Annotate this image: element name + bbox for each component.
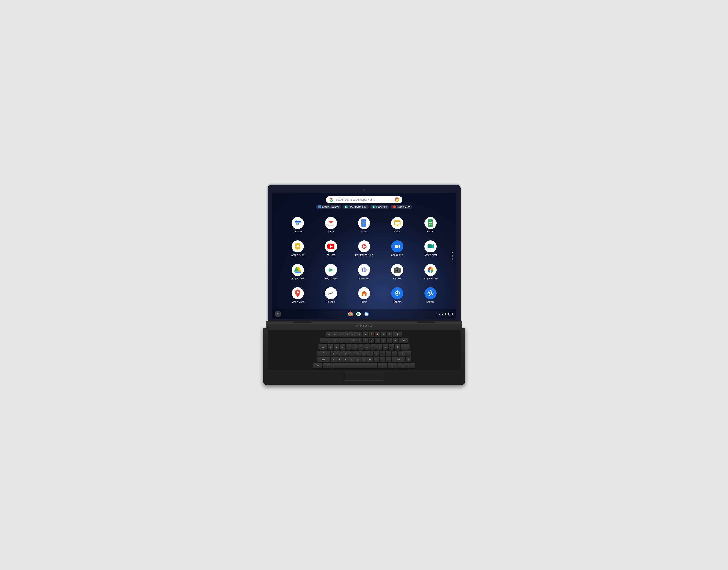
app-google-maps[interactable]: Google Maps xyxy=(281,284,314,307)
dot-1[interactable] xyxy=(452,252,453,253)
key-comma[interactable]: , xyxy=(374,357,379,362)
app-home[interactable]: Home xyxy=(347,284,381,307)
key-i[interactable]: i xyxy=(371,344,376,350)
key-o[interactable]: o xyxy=(377,344,382,350)
app-google-photos[interactable]: Google Photos xyxy=(414,260,447,284)
key-vol-down[interactable]: 🔉 xyxy=(381,332,386,337)
dot-2[interactable] xyxy=(452,255,453,257)
key-s[interactable]: s xyxy=(337,350,342,356)
app-camera[interactable]: Camera xyxy=(381,260,414,284)
app-play-books[interactable]: Play Books xyxy=(347,260,381,284)
chip-play-movies[interactable]: ▶ Play Movies & TV xyxy=(342,205,369,209)
key-c[interactable]: c xyxy=(343,357,348,362)
key-search[interactable]: 🔍 xyxy=(317,350,330,356)
key-0[interactable]: 0 xyxy=(381,338,386,343)
key-q[interactable]: q xyxy=(328,344,333,350)
app-google-keep[interactable]: Google Keep xyxy=(281,237,314,260)
key-refresh[interactable]: ↺ xyxy=(344,332,350,337)
key-quote[interactable]: ' xyxy=(392,350,397,356)
dot-3[interactable] xyxy=(452,258,453,260)
key-minus[interactable]: - xyxy=(387,338,392,343)
app-play-games[interactable]: Play Games xyxy=(314,260,347,284)
key-slash[interactable]: / xyxy=(386,357,391,362)
key-brightness-down[interactable]: 🔅 xyxy=(362,332,368,337)
trackpad[interactable] xyxy=(344,372,384,380)
key-x[interactable]: x xyxy=(337,357,342,362)
key-9[interactable]: 9 xyxy=(375,338,380,343)
key-y[interactable]: y xyxy=(358,344,363,350)
key-backspace[interactable]: ⌫ xyxy=(399,338,408,343)
key-z[interactable]: z xyxy=(331,357,336,362)
key-b[interactable]: b xyxy=(355,357,361,362)
app-settings[interactable]: Settings xyxy=(414,284,447,307)
key-vol-up[interactable]: 🔊 xyxy=(387,332,392,337)
key-p[interactable]: p xyxy=(383,344,388,350)
key-mute[interactable]: 🔇 xyxy=(375,332,380,337)
key-j[interactable]: j xyxy=(368,350,373,356)
key-ctrl-r[interactable]: ctrl xyxy=(388,363,397,368)
app-calendar[interactable]: 31 Calendar xyxy=(281,213,314,237)
key-left[interactable]: ← xyxy=(397,363,403,368)
app-google-meet[interactable]: Google Meet xyxy=(414,237,447,260)
key-alt-r[interactable]: alt xyxy=(378,363,387,368)
key-5[interactable]: 5 xyxy=(350,338,356,343)
key-t[interactable]: t xyxy=(352,344,357,350)
key-n[interactable]: n xyxy=(361,357,367,362)
key-ctrl-l[interactable]: ctrl xyxy=(313,363,322,368)
key-fwd[interactable]: → xyxy=(338,332,344,337)
key-semicolon[interactable]: ; xyxy=(386,350,391,356)
chip-google-calendar[interactable]: 31 Google Calendar xyxy=(316,205,341,209)
app-gmail[interactable]: Gmail xyxy=(314,213,347,237)
key-a[interactable]: a xyxy=(331,350,336,356)
key-m[interactable]: m xyxy=(368,357,373,362)
edit-icon[interactable]: ✏ xyxy=(436,313,438,315)
key-bracket-l[interactable]: [ xyxy=(389,344,394,350)
key-4[interactable]: 4 xyxy=(344,338,350,343)
key-d[interactable]: d xyxy=(343,350,348,356)
key-up[interactable]: ↑ xyxy=(406,357,411,362)
app-slides[interactable]: Slides xyxy=(381,213,414,237)
key-6[interactable]: 6 xyxy=(356,338,362,343)
app-docs[interactable]: Docs xyxy=(347,213,381,237)
app-canvas[interactable]: Canvas xyxy=(381,284,414,307)
launcher-button[interactable] xyxy=(275,311,281,317)
app-google-duo[interactable]: Google Duo xyxy=(381,237,414,260)
key-esc[interactable]: esc xyxy=(326,332,331,337)
key-tab[interactable]: tab xyxy=(318,344,327,350)
chip-play-store[interactable]: ▶ Play Store xyxy=(370,205,389,209)
key-r[interactable]: r xyxy=(346,344,351,350)
app-translate[interactable]: GA Translate xyxy=(314,284,347,307)
key-shift-l[interactable]: shift xyxy=(317,357,330,362)
key-backslash[interactable]: \ xyxy=(401,344,410,350)
key-enter[interactable]: enter xyxy=(398,350,411,356)
key-7[interactable]: 7 xyxy=(362,338,368,343)
key-right[interactable]: → xyxy=(410,363,415,368)
key-brightness-up[interactable]: 🔆 xyxy=(369,332,374,337)
key-power[interactable]: ⏻ xyxy=(393,332,402,337)
key-alt-l[interactable]: alt xyxy=(323,363,332,368)
app-sheets[interactable]: Sheets xyxy=(414,213,447,237)
chip-google-maps[interactable]: 📍 Google Maps xyxy=(391,205,412,209)
key-f[interactable]: f xyxy=(349,350,355,356)
key-8[interactable]: 8 xyxy=(369,338,374,343)
key-g[interactable]: g xyxy=(355,350,361,356)
key-overview[interactable]: ⊞ xyxy=(356,332,362,337)
key-back[interactable]: ← xyxy=(332,332,337,337)
app-google-drive[interactable]: Google Drive xyxy=(281,260,314,284)
search-bar[interactable]: Search your device, apps, web... xyxy=(326,196,402,203)
taskbar-play-store[interactable] xyxy=(355,311,362,317)
key-v[interactable]: v xyxy=(349,357,355,362)
taskbar-files[interactable] xyxy=(363,311,370,317)
key-down[interactable]: ↓ xyxy=(404,363,409,368)
key-e[interactable]: e xyxy=(340,344,345,350)
key-bracket-r[interactable]: ] xyxy=(395,344,400,350)
app-play-movies[interactable]: Play Movies & TV xyxy=(347,237,381,260)
key-l[interactable]: l xyxy=(380,350,385,356)
key-h[interactable]: h xyxy=(361,350,367,356)
key-period[interactable]: . xyxy=(380,357,385,362)
key-tilde[interactable]: ~ xyxy=(320,338,325,343)
key-fullscreen[interactable]: ⛶ xyxy=(350,332,356,337)
key-2[interactable]: 2 xyxy=(332,338,337,343)
key-equals[interactable]: = xyxy=(393,338,398,343)
key-shift-r[interactable]: shift xyxy=(392,357,405,362)
